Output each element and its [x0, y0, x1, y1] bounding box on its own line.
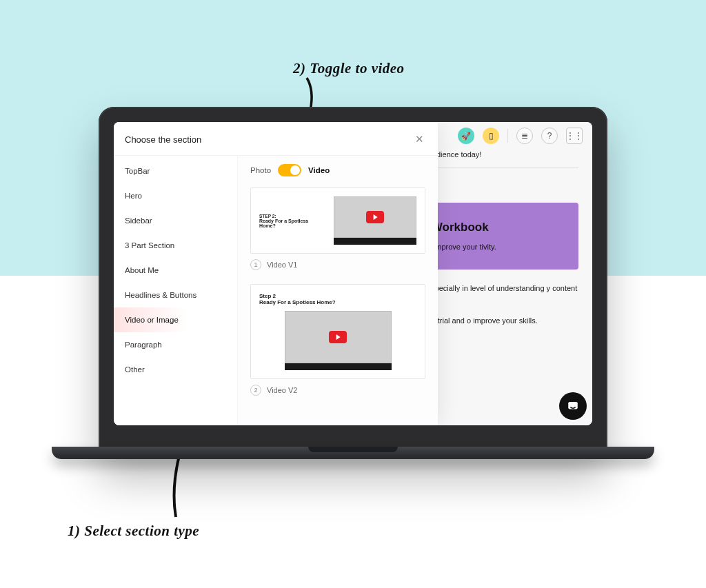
help-icon[interactable]: ? — [541, 128, 558, 144]
media-toggle: Photo Video — [250, 164, 425, 176]
layout-name: Video V1 — [267, 261, 297, 269]
toggle-label-photo[interactable]: Photo — [250, 166, 271, 174]
templates-icon[interactable]: ▯ — [483, 128, 499, 144]
section-type-item[interactable]: Hero — [114, 183, 237, 208]
layout-label: 2 Video V2 — [250, 385, 425, 396]
layout-name: Video V2 — [267, 386, 297, 394]
editor-toolbar: 🚀 ▯ ≣ ? ⋮⋮ — [458, 122, 588, 150]
layout-preview-column: Photo Video STEP 2: Ready For a Spotless… — [238, 156, 438, 425]
section-chooser-modal: Choose the section ✕ TopBarHeroSidebar3 … — [114, 122, 438, 425]
section-type-item[interactable]: About Me — [114, 258, 237, 283]
layout-option-card[interactable]: STEP 2: Ready For a Spotless Home? — [250, 187, 425, 254]
section-type-item[interactable]: Other — [114, 357, 237, 382]
section-type-item[interactable]: TopBar — [114, 159, 237, 183]
laptop-base — [52, 447, 654, 459]
layout-option-card[interactable]: Step 2 Ready For a Spotless Home? — [250, 284, 425, 379]
section-type-item[interactable]: Sidebar — [114, 208, 237, 233]
video-thumbnail-icon — [285, 311, 392, 370]
section-type-item[interactable]: Video or Image — [114, 307, 237, 332]
section-type-item[interactable]: 3 Part Section — [114, 233, 237, 258]
section-type-item[interactable]: Headlines & Buttons — [114, 283, 237, 307]
layout-label: 1 Video V1 — [250, 259, 425, 270]
video-thumbnail-icon — [334, 196, 416, 245]
preview-heading: Ready For a Spotless Home? — [259, 219, 323, 228]
layout-number: 1 — [250, 259, 261, 270]
settings-icon[interactable]: ⋮⋮ — [566, 128, 583, 144]
section-type-list: TopBarHeroSidebar3 Part SectionAbout MeH… — [114, 156, 238, 425]
list-icon[interactable]: ≣ — [516, 128, 533, 144]
preview-heading: Ready For a Spotless Home? — [259, 299, 416, 305]
publish-icon[interactable]: 🚀 — [458, 128, 474, 144]
photo-video-switch[interactable] — [278, 164, 301, 176]
divider — [507, 129, 508, 143]
modal-header: Choose the section ✕ — [114, 122, 438, 156]
close-icon[interactable]: ✕ — [412, 132, 427, 147]
modal-title: Choose the section — [125, 134, 201, 145]
laptop-frame: 🚀 ▯ ≣ ? ⋮⋮ es with your audience today! … — [99, 107, 607, 458]
section-type-item[interactable]: Paragraph — [114, 332, 237, 357]
laptop-screen: 🚀 ▯ ≣ ? ⋮⋮ es with your audience today! … — [114, 122, 592, 425]
intercom-icon[interactable] — [559, 392, 587, 420]
layout-number: 2 — [250, 385, 261, 396]
toggle-label-video[interactable]: Video — [308, 166, 330, 174]
preview-step: STEP 2: — [259, 214, 323, 219]
preview-step: Step 2 — [259, 293, 416, 299]
